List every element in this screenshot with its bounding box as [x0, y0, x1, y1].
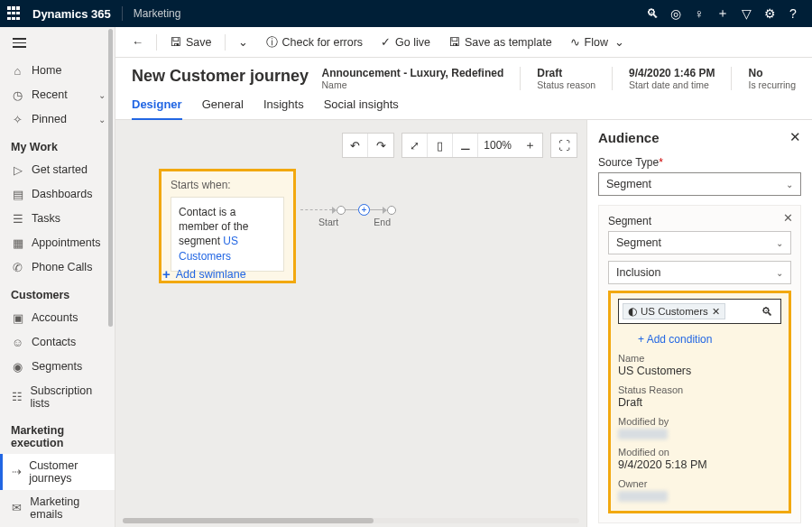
chevron-down-icon: ⌄ — [98, 90, 106, 100]
sidebar-scrollbar[interactable] — [108, 29, 113, 327]
save-dropdown[interactable]: ⌄ — [231, 30, 255, 55]
tab-designer[interactable]: Designer — [132, 97, 182, 120]
tab-social-insights[interactable]: Social insights — [324, 97, 399, 119]
start-node[interactable] — [337, 206, 346, 215]
calendar-icon: ▦ — [11, 236, 24, 250]
fullscreen-button[interactable]: ⛶ — [551, 134, 577, 157]
save-template-button[interactable]: 🖫Save as template — [441, 30, 559, 55]
expand-button[interactable]: ⤢ — [402, 134, 428, 157]
undo-button[interactable]: ↶ — [343, 134, 368, 157]
chevron-down-icon: ⌄ — [776, 268, 783, 278]
chevron-down-icon: ⌄ — [614, 35, 624, 49]
sidebar-item-getstarted[interactable]: ▷Get started — [0, 158, 115, 182]
chevron-down-icon: ⌄ — [786, 180, 793, 190]
segment-icon: ◉ — [11, 360, 24, 374]
segment-icon: ◐ — [628, 305, 637, 318]
remove-segment-button[interactable]: ✕ — [783, 211, 793, 225]
sidebar-item-home[interactable]: ⌂Home — [0, 59, 115, 83]
tab-insights[interactable]: Insights — [263, 97, 304, 119]
lightbulb-icon[interactable]: ♀ — [687, 6, 711, 21]
contact-icon: ☺ — [11, 336, 24, 349]
sidebar-item-emails[interactable]: ✉Marketing emails — [0, 490, 115, 526]
sidebar-item-journeys[interactable]: ⇢Customer journeys — [0, 454, 115, 490]
add-swimlane-button[interactable]: +Add swimlane — [162, 266, 246, 282]
go-live-button[interactable]: ✓Go live — [374, 30, 438, 55]
designer-canvas[interactable]: ↶ ↷ ⤢ ▯ ⚊ 100% ＋ ⛶ Starts when: — [115, 120, 586, 527]
zoom-out-button[interactable]: ⚊ — [453, 134, 478, 157]
home-icon: ⌂ — [11, 64, 24, 78]
lookup-search-icon[interactable]: 🔍︎ — [758, 305, 777, 319]
detail-name-label: Name — [618, 353, 781, 364]
sidebar-item-phonecalls[interactable]: ✆Phone Calls — [0, 255, 115, 280]
meta-date-value: 9/4/2020 1:46 PM — [629, 67, 715, 79]
back-button[interactable]: ← — [125, 30, 151, 55]
add-node-button[interactable]: + — [358, 204, 370, 216]
info-icon: ⓘ — [266, 34, 278, 51]
start-tile-header: Starts when: — [171, 179, 284, 191]
sidebar-item-pinned[interactable]: ✧Pinned⌄ — [0, 107, 115, 132]
detail-modon-value: 9/4/2020 5:18 PM — [618, 458, 781, 471]
panel-title: Audience — [598, 130, 660, 145]
detail-status-label: Status Reason — [618, 384, 781, 395]
detail-owner-label: Owner — [618, 478, 781, 489]
meta-name-label: Name — [321, 79, 503, 90]
tab-bar: Designer General Insights Social insight… — [115, 90, 812, 120]
settings-icon[interactable]: ⚙ — [758, 6, 781, 21]
assistant-icon[interactable]: ◎ — [664, 6, 687, 21]
sidebar-item-accounts[interactable]: ▣Accounts — [0, 306, 115, 330]
add-condition-link[interactable]: + Add condition — [638, 333, 781, 346]
start-tile-body: Contact is a member of the segment US Cu… — [171, 197, 284, 272]
canvas-scrollbar[interactable] — [123, 518, 579, 523]
detail-modby-value — [618, 429, 668, 439]
close-panel-button[interactable]: ✕ — [789, 129, 801, 145]
page-header: New Customer journey Announcement - Luxu… — [115, 58, 812, 90]
play-icon: ▷ — [11, 163, 24, 177]
sidebar-item-sublists[interactable]: ☷Subscription lists — [0, 379, 115, 415]
help-icon[interactable]: ? — [781, 6, 805, 21]
end-node[interactable] — [387, 206, 396, 215]
sidebar: ⌂Home ◷Recent⌄ ✧Pinned⌄ My Work ▷Get sta… — [0, 27, 115, 527]
end-label: End — [374, 217, 391, 227]
accounts-icon: ▣ — [11, 311, 24, 325]
detail-status-value: Draft — [618, 396, 781, 409]
flow-connector: + — [300, 204, 396, 216]
redo-button[interactable]: ↷ — [368, 134, 393, 157]
meta-recurring-value: No — [748, 67, 796, 79]
sidebar-item-contacts[interactable]: ☺Contacts — [0, 330, 115, 355]
detail-modby-label: Modified by — [618, 416, 781, 427]
chevron-down-icon: ⌄ — [776, 238, 783, 248]
detail-name-value: US Customers — [618, 365, 781, 377]
sidebar-item-tasks[interactable]: ☰Tasks — [0, 207, 115, 231]
chip-remove-button[interactable]: ✕ — [712, 306, 720, 318]
segment-lookup[interactable]: ◐US Customers✕ 🔍︎ — [618, 299, 781, 324]
app-launcher-icon[interactable] — [7, 6, 22, 21]
segment-type-select[interactable]: Segment⌄ — [608, 231, 791, 254]
save-button[interactable]: 🖫Save — [162, 30, 219, 55]
zoom-in-button[interactable]: ＋ — [517, 134, 542, 157]
flow-icon: ∿ — [570, 35, 580, 49]
clock-icon: ◷ — [11, 88, 24, 102]
sidebar-item-appointments[interactable]: ▦Appointments — [0, 231, 115, 255]
pin-icon: ✧ — [11, 113, 24, 126]
minimap-button[interactable]: ▯ — [428, 134, 453, 157]
tab-general[interactable]: General — [202, 97, 244, 119]
meta-status-label: Status reason — [537, 79, 595, 90]
meta-recurring-label: Is recurring — [748, 79, 796, 90]
flow-button[interactable]: ∿Flow⌄ — [563, 30, 632, 55]
sidebar-item-dashboards[interactable]: ▤Dashboards — [0, 182, 115, 207]
search-icon[interactable]: 🔍︎ — [641, 6, 664, 21]
task-icon: ☰ — [11, 212, 24, 226]
sidebar-item-segments[interactable]: ◉Segments — [0, 355, 115, 379]
inclusion-select[interactable]: Inclusion⌄ — [608, 261, 791, 284]
template-icon: 🖫 — [448, 35, 460, 49]
add-icon[interactable]: ＋ — [711, 5, 734, 22]
check-errors-button[interactable]: ⓘCheck for errors — [259, 30, 371, 55]
sidebar-item-recent[interactable]: ◷Recent⌄ — [0, 83, 115, 107]
plus-icon: + — [162, 266, 171, 282]
chevron-down-icon: ⌄ — [98, 115, 106, 125]
canvas-toolbar: ↶ ↷ ⤢ ▯ ⚊ 100% ＋ ⛶ — [342, 133, 577, 158]
topbar-divider — [122, 6, 123, 21]
filter-icon[interactable]: ▽ — [734, 6, 758, 21]
source-type-select[interactable]: Segment⌄ — [598, 172, 801, 196]
nav-collapse-button[interactable] — [0, 27, 115, 59]
